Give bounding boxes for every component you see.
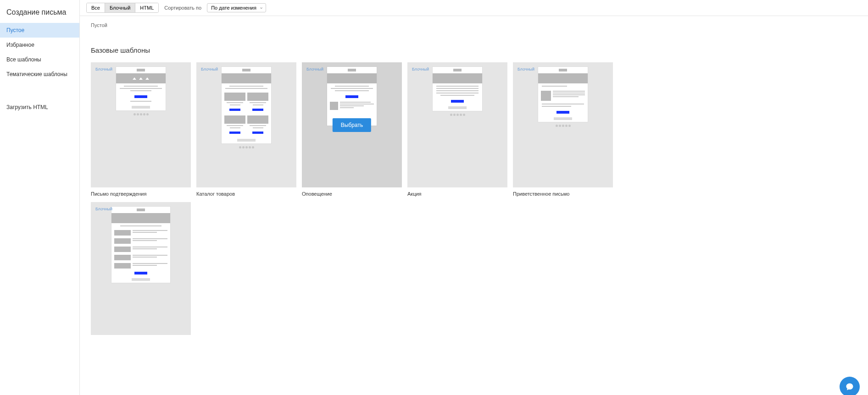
template-type-badge: Блочный [95,67,112,71]
main-content: Все Блочный HTML Сортировать по По дате … [80,0,868,395]
template-title: Письмо подтверждения [91,191,191,197]
preview-dots [239,146,254,148]
preview-dots [556,125,571,127]
template-type-badge: Блочный [95,207,112,211]
template-card: Блочный [407,62,507,197]
template-title: Приветственное письмо [513,191,613,197]
page-title: Создание письма [0,8,79,23]
template-type-badge: Блочный [306,67,323,71]
preview-thumbnail [222,67,271,143]
template-card: Блочный [91,202,191,339]
template-card: Блочный [513,62,613,197]
template-preview-notification[interactable]: Блочный [302,62,402,187]
sidebar-upload-html[interactable]: Загрузить HTML [0,100,79,115]
sidebar-item-empty[interactable]: Пустое [0,23,79,38]
chat-fab[interactable] [840,377,860,395]
template-preview-list[interactable]: Блочный [91,202,191,335]
template-preview-promo[interactable]: Блочный [407,62,507,187]
sidebar-item-all-templates[interactable]: Все шаблоны [0,52,79,67]
preview-dots [450,114,465,116]
template-card: Блочный [196,62,296,197]
chat-icon [845,382,854,391]
template-title: Оповещение [302,191,402,197]
filter-block[interactable]: Блочный [105,3,135,12]
filter-all[interactable]: Все [87,3,105,12]
arrow-up-icon [145,77,149,80]
preview-thumbnail [111,207,170,283]
template-preview-welcome[interactable]: Блочный [513,62,613,187]
preview-thumbnail [116,67,166,110]
topbar: Все Блочный HTML Сортировать по По дате … [80,0,868,16]
arrow-up-icon [139,77,143,80]
templates-grid: Блочный [91,62,857,339]
template-preview-confirmation[interactable]: Блочный [91,62,191,187]
sidebar-item-thematic[interactable]: Тематические шаблоны [0,67,79,82]
template-type-badge: Блочный [412,67,429,71]
template-card: Блочный [91,62,191,197]
template-preview-catalog[interactable]: Блочный [196,62,296,187]
template-type-badge: Блочный [517,67,534,71]
select-template-button[interactable]: Выбрать [333,118,371,132]
preview-dots [134,113,149,115]
preview-thumbnail [327,67,377,126]
sort-select[interactable]: По дате изменения [207,3,266,12]
template-card: Блочный [302,62,402,197]
preview-thumbnail [538,67,588,122]
sort-label: Сортировать по [164,5,201,11]
template-type-badge: Блочный [201,67,218,71]
sidebar-item-favorites[interactable]: Избранное [0,38,79,52]
template-title: Каталог товаров [196,191,296,197]
sidebar: Создание письма Пустое Избранное Все шаб… [0,0,80,395]
template-title: Акция [407,191,507,197]
filter-segmented: Все Блочный HTML [86,3,159,13]
empty-template-label: Пустой [91,22,857,28]
arrow-up-icon [133,77,136,80]
base-templates-heading: Базовые шаблоны [91,46,857,54]
preview-thumbnail [433,67,482,111]
filter-html[interactable]: HTML [135,3,158,12]
